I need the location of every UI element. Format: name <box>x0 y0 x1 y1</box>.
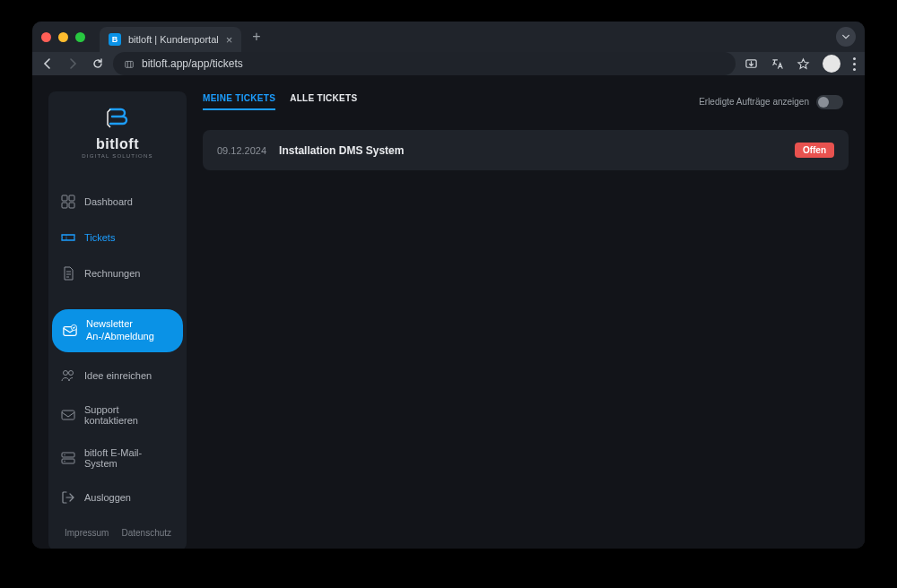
sidebar-item-label: Newsletter An-/Abmeldung <box>86 318 154 343</box>
sidebar-nav: Dashboard Tickets Rechnungen Newsletter … <box>48 184 187 515</box>
ticket-title: Installation DMS System <box>279 144 404 157</box>
bookmark-icon[interactable] <box>797 57 810 71</box>
window-controls <box>41 32 85 42</box>
tabs-row: MEINE TICKETS ALLE TICKETS Erledigte Auf… <box>203 93 849 117</box>
tab-all-tickets[interactable]: ALLE TICKETS <box>290 93 357 110</box>
sidebar-item-support[interactable]: Support kontaktieren <box>48 393 187 437</box>
main-content: MEINE TICKETS ALLE TICKETS Erledigte Auf… <box>203 91 849 549</box>
new-tab-button[interactable]: + <box>247 29 266 45</box>
ticket-card[interactable]: 09.12.2024 Installation DMS System Offen <box>203 130 849 170</box>
svg-rect-15 <box>62 459 74 463</box>
svg-rect-0 <box>126 61 134 67</box>
sidebar-item-label: Support kontaktieren <box>84 404 174 426</box>
sidebar-item-newsletter[interactable]: Newsletter An-/Abmeldung <box>52 309 183 352</box>
svg-rect-5 <box>69 195 74 201</box>
sidebar-item-label: Dashboard <box>84 196 133 207</box>
minimize-window-icon[interactable] <box>58 32 68 42</box>
logo-text: bitloft <box>96 136 139 152</box>
logout-icon <box>61 490 75 505</box>
svg-point-12 <box>69 370 74 375</box>
svg-point-17 <box>64 460 65 461</box>
sidebar-item-label: Ausloggen <box>84 492 131 503</box>
forward-icon[interactable] <box>66 57 79 70</box>
sidebar-item-tickets[interactable]: Tickets <box>48 220 187 255</box>
sidebar-item-invoices[interactable]: Rechnungen <box>48 255 187 291</box>
footer-link-impressum[interactable]: Impressum <box>65 528 109 538</box>
site-info-icon[interactable] <box>124 58 135 69</box>
sidebar-item-label: Rechnungen <box>84 268 140 279</box>
translate-icon[interactable] <box>771 57 784 71</box>
tab-my-tickets[interactable]: MEINE TICKETS <box>203 93 275 110</box>
svg-rect-7 <box>69 203 74 208</box>
install-icon[interactable] <box>745 57 758 71</box>
sidebar-item-logout[interactable]: Ausloggen <box>48 480 187 515</box>
tab-title: bitloft | Kundenportal <box>128 34 219 45</box>
app-content: bitloft Digital Solutions Dashboard Tick… <box>32 75 865 549</box>
completed-toggle-wrap: Erledigte Aufträge anzeigen <box>699 95 843 109</box>
mail-check-icon <box>63 324 77 338</box>
sidebar: bitloft Digital Solutions Dashboard Tick… <box>48 91 187 549</box>
svg-rect-4 <box>62 195 67 201</box>
ticket-status-badge: Offen <box>795 143 834 158</box>
browser-urlbar: bitloft.app/app/tickets <box>32 52 865 75</box>
logo-subtitle: Digital Solutions <box>82 153 152 159</box>
svg-rect-13 <box>62 411 74 419</box>
completed-toggle[interactable] <box>816 95 843 109</box>
browser-menu-icon[interactable] <box>853 57 856 71</box>
close-tab-icon[interactable]: × <box>226 33 233 47</box>
browser-tabbar: B bitloft | Kundenportal × + <box>32 22 865 52</box>
svg-rect-14 <box>62 453 74 457</box>
sidebar-item-dashboard[interactable]: Dashboard <box>48 184 187 220</box>
url-input[interactable]: bitloft.app/app/tickets <box>113 52 736 75</box>
logo: bitloft Digital Solutions <box>48 104 187 159</box>
toggle-label: Erledigte Aufträge anzeigen <box>699 97 809 107</box>
url-text: bitloft.app/app/tickets <box>142 57 243 70</box>
svg-point-16 <box>64 454 65 454</box>
sidebar-item-idea[interactable]: Idee einreichen <box>48 358 187 393</box>
maximize-window-icon[interactable] <box>75 32 85 42</box>
back-icon[interactable] <box>41 57 54 70</box>
profile-avatar[interactable] <box>823 55 840 73</box>
reload-icon[interactable] <box>91 57 104 70</box>
chevron-down-icon[interactable] <box>836 27 856 47</box>
sidebar-item-label: Tickets <box>84 232 115 243</box>
sidebar-item-label: Idee einreichen <box>84 370 152 381</box>
ticket-icon <box>61 230 75 245</box>
document-icon <box>61 266 75 281</box>
favicon-icon: B <box>109 33 121 46</box>
close-window-icon[interactable] <box>41 32 51 42</box>
users-icon <box>61 368 75 383</box>
mail-icon <box>61 408 75 422</box>
svg-rect-6 <box>62 203 67 208</box>
svg-point-11 <box>64 370 68 375</box>
ticket-date: 09.12.2024 <box>217 145 266 156</box>
browser-window: B bitloft | Kundenportal × + bitloft.app… <box>32 22 865 549</box>
sidebar-footer: Impressum Datenschutz <box>48 515 187 549</box>
footer-link-datenschutz[interactable]: Datenschutz <box>121 528 171 538</box>
dashboard-icon <box>61 195 75 209</box>
sidebar-item-label: bitloft E-Mail-System <box>84 447 174 469</box>
logo-mark-icon <box>105 104 130 131</box>
server-icon <box>61 451 75 465</box>
browser-tab[interactable]: B bitloft | Kundenportal × <box>100 27 241 52</box>
sidebar-item-email[interactable]: bitloft E-Mail-System <box>48 437 187 480</box>
